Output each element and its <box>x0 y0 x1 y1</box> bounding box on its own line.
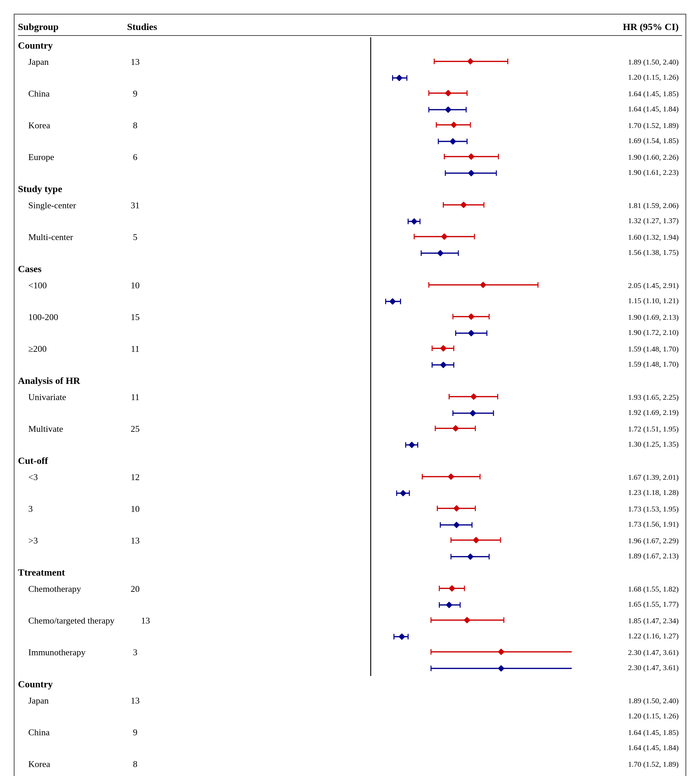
table-header: Subgroup Studies HR (95% CI) <box>18 22 682 36</box>
row-hr: 1.81 (1.59, 2.06)1.32 (1.27, 1.37) <box>572 197 682 229</box>
row-label: Chemo/targeted therapy13 <box>18 612 170 644</box>
section-header: Cut-off <box>18 452 170 469</box>
row-label: China9 <box>18 85 170 117</box>
hr-column: 1.89 (1.50, 2.40)1.20 (1.15, 1.26)1.64 (… <box>572 37 682 776</box>
row-label: China9 <box>18 724 170 756</box>
row-label: Single-center31 <box>18 197 170 229</box>
svg-marker-197 <box>468 330 475 336</box>
svg-marker-177 <box>441 234 447 240</box>
row-hr: 1.85 (1.47, 2.34)1.22 (1.16, 1.27) <box>572 612 682 644</box>
svg-marker-137 <box>467 58 473 65</box>
svg-marker-193 <box>468 314 475 320</box>
row-label: Korea8 <box>18 756 170 776</box>
svg-marker-201 <box>440 345 447 351</box>
svg-marker-268 <box>498 665 504 671</box>
svg-marker-141 <box>396 75 402 81</box>
row-hr: 1.59 (1.48, 1.70)1.59 (1.48, 1.70) <box>572 341 682 372</box>
svg-marker-185 <box>480 282 486 288</box>
plot-area: CountryJapan13China9Korea8Europe6Study t… <box>18 37 682 776</box>
row-hr: 1.73 (1.53, 1.95)1.73 (1.56, 1.91) <box>572 501 682 532</box>
row-hr: 1.64 (1.45, 1.85)1.64 (1.45, 1.84) <box>572 85 682 117</box>
header-subgroup: Subgroup <box>18 22 115 32</box>
row-label: 100-20015 <box>18 309 170 341</box>
row-hr: 2.30 (1.47, 3.61)2.30 (1.47, 3.61) <box>572 644 682 676</box>
section-header: Country <box>18 37 170 54</box>
svg-marker-261 <box>398 634 405 640</box>
row-hr: 1.90 (1.69, 2.13)1.90 (1.72, 2.10) <box>572 309 682 341</box>
svg-marker-165 <box>468 170 475 176</box>
svg-marker-241 <box>473 537 479 543</box>
labels-column: CountryJapan13China9Korea8Europe6Study t… <box>18 37 170 776</box>
svg-marker-257 <box>464 617 470 623</box>
svg-marker-237 <box>453 522 460 528</box>
svg-marker-225 <box>448 474 454 480</box>
section-header: Cases <box>18 261 170 277</box>
row-label: Chemotherapy20 <box>18 581 170 612</box>
svg-marker-205 <box>440 362 447 368</box>
row-hr: 1.89 (1.50, 2.40)1.20 (1.15, 1.26) <box>572 54 682 85</box>
row-label: Europe6 <box>18 149 170 181</box>
row-label: Univariate11 <box>18 389 170 421</box>
svg-marker-213 <box>470 410 476 416</box>
svg-marker-221 <box>408 442 415 448</box>
row-label: <10010 <box>18 277 170 309</box>
svg-marker-153 <box>451 122 457 128</box>
row-hr: 1.96 (1.67, 2.29)1.89 (1.67, 2.13) <box>572 532 682 564</box>
row-label: >313 <box>18 532 170 564</box>
section-header: Study type <box>18 181 170 197</box>
row-label: Japan13 <box>18 54 170 85</box>
svg-marker-245 <box>467 554 473 560</box>
center-plot <box>170 37 572 776</box>
row-label: Japan13 <box>18 693 170 724</box>
row-hr: 1.70 (1.52, 1.89)1.69 (1.54, 1.85) <box>572 756 682 776</box>
row-hr: 1.64 (1.45, 1.85)1.64 (1.45, 1.84) <box>572 724 682 756</box>
row-label: Immunotherapy3 <box>18 644 170 676</box>
svg-marker-157 <box>450 138 456 145</box>
row-hr: 1.89 (1.50, 2.40)1.20 (1.15, 1.26) <box>572 693 682 724</box>
svg-marker-253 <box>446 602 452 608</box>
header-studies: Studies <box>115 22 170 32</box>
svg-marker-249 <box>449 585 455 591</box>
svg-marker-169 <box>460 202 467 208</box>
forest-svg <box>170 37 572 676</box>
row-hr: 1.67 (1.39, 2.01)1.23 (1.18, 1.28) <box>572 469 682 501</box>
row-label: Multi-center5 <box>18 229 170 261</box>
svg-marker-145 <box>445 90 452 96</box>
row-hr: 1.60 (1.32, 1.94)1.56 (1.38, 1.75) <box>572 229 682 261</box>
row-label: Korea8 <box>18 117 170 149</box>
svg-marker-149 <box>445 107 452 113</box>
row-label: 310 <box>18 501 170 532</box>
row-hr: 1.68 (1.55, 1.82)1.65 (1.55, 1.77) <box>572 581 682 612</box>
svg-marker-233 <box>453 505 460 511</box>
svg-marker-209 <box>471 394 477 400</box>
svg-marker-229 <box>400 490 406 496</box>
section-header: Ttreatment <box>18 564 170 581</box>
row-label: ≥20011 <box>18 341 170 372</box>
svg-marker-173 <box>411 218 417 225</box>
header-hr: HR (95% CI) <box>572 22 682 32</box>
section-header: Analysis of HR <box>18 372 170 389</box>
row-hr: 1.93 (1.65, 2.25)1.92 (1.69, 2.19) <box>572 389 682 421</box>
row-label: Multivate25 <box>18 421 170 452</box>
header-plot <box>170 22 572 32</box>
svg-marker-217 <box>452 425 458 431</box>
row-hr: 1.90 (1.60, 2.26)1.90 (1.61, 2.23) <box>572 149 682 181</box>
row-hr: 2.05 (1.45, 2.91)1.15 (1.10, 1.21) <box>572 277 682 309</box>
row-hr: 1.70 (1.52, 1.89)1.69 (1.54, 1.85) <box>572 117 682 149</box>
forest-plot: Subgroup Studies HR (95% CI) CountryJapa… <box>14 14 686 776</box>
svg-marker-265 <box>498 649 504 655</box>
row-hr: 1.72 (1.51, 1.95)1.30 (1.25, 1.35) <box>572 421 682 452</box>
row-label: <312 <box>18 469 170 501</box>
svg-marker-161 <box>468 154 475 160</box>
svg-marker-189 <box>389 298 395 305</box>
svg-marker-181 <box>437 250 443 256</box>
section-header: Country <box>18 676 170 693</box>
